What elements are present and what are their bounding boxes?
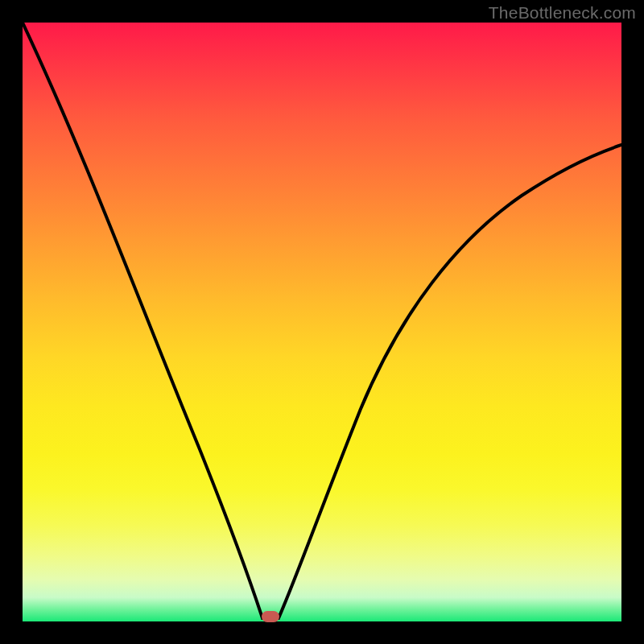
chart-frame: TheBottleneck.com (0, 0, 644, 644)
gradient-plot-area (23, 23, 621, 621)
watermark-text: TheBottleneck.com (489, 3, 636, 23)
minimum-marker (262, 611, 279, 622)
bottleneck-curve (23, 23, 621, 621)
